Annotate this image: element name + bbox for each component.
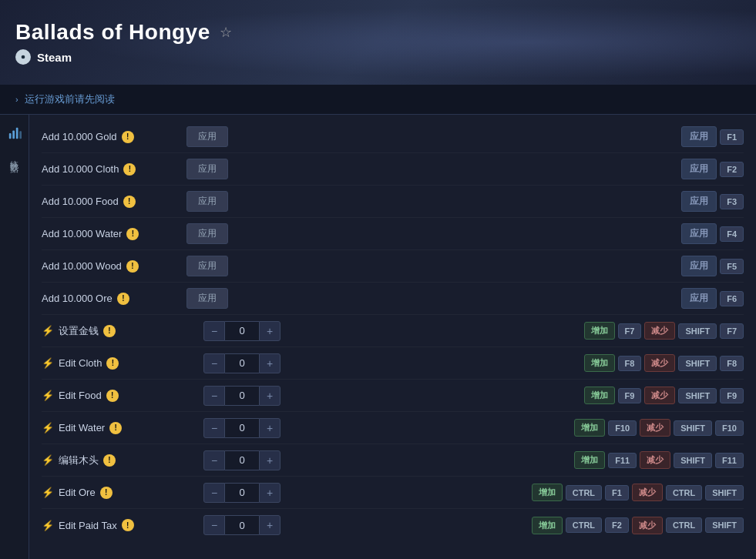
cheat-name-edit-wood: 编辑木头 ! xyxy=(59,454,197,467)
keybind-f6-ore[interactable]: F6 xyxy=(720,291,744,306)
info-badge-add-wood[interactable]: ! xyxy=(126,260,139,273)
keybind-f9-dec-edit-food[interactable]: F9 xyxy=(720,388,744,403)
keybind-apply-ore[interactable]: 应用 xyxy=(681,288,717,309)
info-badge-edit-ore[interactable]: ! xyxy=(100,487,113,499)
decrease-button-edit-food[interactable]: − xyxy=(203,386,225,406)
apply-button-add-cloth[interactable]: 应用 xyxy=(186,159,228,179)
keybind-f7-set-gold[interactable]: F7 xyxy=(618,323,642,339)
keybind-f2-cloth[interactable]: F2 xyxy=(720,162,744,177)
keybind-dec-edit-wood[interactable]: 减少 xyxy=(640,451,670,469)
increase-button-set-gold[interactable]: + xyxy=(259,321,281,341)
stepper-edit-water: − 0 + xyxy=(203,418,281,438)
keybind-f5-wood[interactable]: F5 xyxy=(720,259,744,274)
keybind-inc-edit-cloth[interactable]: 增加 xyxy=(584,354,615,372)
keybind-f1-gold[interactable]: F1 xyxy=(720,129,744,145)
info-badge-add-cloth[interactable]: ! xyxy=(123,163,136,176)
keybind-shift-edit-water[interactable]: SHIFT xyxy=(674,420,712,436)
keybind-shift-dec-edit-ore[interactable]: SHIFT xyxy=(705,485,744,500)
info-badge-edit-cloth[interactable]: ! xyxy=(106,357,119,370)
info-badge-add-gold[interactable]: ! xyxy=(122,131,134,143)
keybind-f1-edit-ore[interactable]: F1 xyxy=(605,485,629,500)
info-badge-add-ore[interactable]: ! xyxy=(117,293,129,305)
keybind-f4-water[interactable]: F4 xyxy=(720,226,744,242)
lightning-icon-edit-cloth: ⚡ xyxy=(42,357,54,369)
keybind-apply-gold[interactable]: 应用 xyxy=(681,126,717,147)
stepper-edit-tax: − 0 + xyxy=(203,515,281,535)
svg-rect-4 xyxy=(15,128,18,139)
decrease-button-edit-cloth[interactable]: − xyxy=(203,353,225,373)
keybind-ctrl-dec-edit-tax[interactable]: CTRL xyxy=(666,517,702,533)
info-badge-edit-wood[interactable]: ! xyxy=(103,454,116,467)
increase-button-edit-wood[interactable]: + xyxy=(259,450,281,470)
apply-button-add-water[interactable]: 应用 xyxy=(186,223,228,244)
decrease-button-edit-ore[interactable]: − xyxy=(203,483,225,503)
keybind-inc-edit-ore[interactable]: 增加 xyxy=(532,484,563,501)
keybind-f10-edit-water[interactable]: F10 xyxy=(608,420,637,436)
keybind-inc-set-gold[interactable]: 增加 xyxy=(584,322,615,340)
keybind-ctrl-edit-ore[interactable]: CTRL xyxy=(566,485,602,500)
keybind-inc-edit-water[interactable]: 增加 xyxy=(574,419,605,437)
increase-button-edit-tax[interactable]: + xyxy=(259,515,281,535)
keybind-apply-cloth[interactable]: 应用 xyxy=(681,159,717,179)
lightning-icon-edit-ore: ⚡ xyxy=(42,487,54,498)
decrease-button-edit-water[interactable]: − xyxy=(203,418,225,438)
apply-button-add-ore[interactable]: 应用 xyxy=(186,288,228,309)
keybind-dec-edit-food[interactable]: 减少 xyxy=(644,387,675,404)
cheat-row-set-gold: ⚡ 设置金钱 ! − 0 + 增加 F7 减少 SHIFT F7 xyxy=(42,315,744,347)
keybind-f2-edit-tax[interactable]: F2 xyxy=(605,517,629,533)
keybind-shift-edit-cloth[interactable]: SHIFT xyxy=(678,356,717,371)
increase-button-edit-water[interactable]: + xyxy=(259,418,281,438)
cheat-row-edit-wood: ⚡ 编辑木头 ! − 0 + 增加 F11 减少 SHIFT F11 xyxy=(42,444,744,477)
keybind-f11-dec-edit-wood[interactable]: F11 xyxy=(715,453,744,468)
info-badge-add-water[interactable]: ! xyxy=(126,228,139,240)
keybind-dec-set-gold[interactable]: 减少 xyxy=(644,322,675,340)
keybind-dec-edit-cloth[interactable]: 减少 xyxy=(644,354,675,372)
keybind-ctrl-dec-edit-ore[interactable]: CTRL xyxy=(666,485,702,500)
keybind-shift-edit-food[interactable]: SHIFT xyxy=(678,388,717,403)
info-badge-edit-water[interactable]: ! xyxy=(109,422,122,434)
keybind-dec-edit-water[interactable]: 减少 xyxy=(640,419,670,437)
keybind-apply-food[interactable]: 应用 xyxy=(681,191,717,212)
keybind-shift-set-gold[interactable]: SHIFT xyxy=(678,323,717,339)
increase-button-edit-ore[interactable]: + xyxy=(259,483,281,503)
keybind-inc-edit-wood[interactable]: 增加 xyxy=(574,451,605,469)
keybind-inc-edit-tax[interactable]: 增加 xyxy=(532,517,563,534)
keybind-inc-edit-food[interactable]: 增加 xyxy=(584,387,615,404)
stepper-set-gold: − 0 + xyxy=(203,321,281,341)
keybind-shift-edit-wood[interactable]: SHIFT xyxy=(674,453,712,468)
keybind-f9-edit-food[interactable]: F9 xyxy=(618,388,642,403)
favorite-star-icon[interactable]: ☆ xyxy=(220,24,232,41)
keybind-f3-food[interactable]: F3 xyxy=(720,194,744,209)
decrease-button-edit-tax[interactable]: − xyxy=(203,515,225,535)
keybind-f11-edit-wood[interactable]: F11 xyxy=(608,453,637,468)
cheat-row-add-wood: Add 10.000 Wood ! 应用 应用 F5 xyxy=(42,250,744,283)
stepper-edit-wood: − 0 + xyxy=(203,450,281,470)
info-badge-set-gold[interactable]: ! xyxy=(103,325,116,337)
keybind-f8-edit-cloth[interactable]: F8 xyxy=(618,356,642,371)
notice-bar[interactable]: › 运行游戏前请先阅读 xyxy=(0,85,756,115)
info-badge-edit-food[interactable]: ! xyxy=(106,390,119,402)
apply-button-add-wood[interactable]: 应用 xyxy=(186,256,228,276)
keybind-f7-dec-set-gold[interactable]: F7 xyxy=(720,323,744,339)
cheat-name-edit-water: Edit Water ! xyxy=(59,422,197,434)
increase-button-edit-cloth[interactable]: + xyxy=(259,353,281,373)
sidebar-chart-icon[interactable] xyxy=(4,122,25,144)
cheat-row-add-ore: Add 10.000 Ore ! 应用 应用 F6 xyxy=(42,283,744,315)
keybind-apply-water[interactable]: 应用 xyxy=(681,223,717,244)
apply-button-add-food[interactable]: 应用 xyxy=(186,191,228,212)
keybind-ctrl-edit-tax[interactable]: CTRL xyxy=(566,517,602,533)
info-badge-edit-tax[interactable]: ! xyxy=(122,519,134,531)
keybind-apply-wood[interactable]: 应用 xyxy=(681,256,717,276)
keybind-f10-dec-edit-water[interactable]: F10 xyxy=(715,420,744,436)
keybind-dec-edit-ore[interactable]: 减少 xyxy=(632,484,663,501)
increase-button-edit-food[interactable]: + xyxy=(259,386,281,406)
app-header: Ballads of Hongye ☆ Steam xyxy=(0,0,756,85)
cheat-row-add-food: Add 10.000 Food ! 应用 应用 F3 xyxy=(42,186,744,218)
keybind-dec-edit-tax[interactable]: 减少 xyxy=(632,517,663,534)
keybind-f8-dec-edit-cloth[interactable]: F8 xyxy=(720,356,744,371)
decrease-button-edit-wood[interactable]: − xyxy=(203,450,225,470)
decrease-button-set-gold[interactable]: − xyxy=(203,321,225,341)
apply-button-add-gold[interactable]: 应用 xyxy=(186,126,228,147)
keybind-shift-dec-edit-tax[interactable]: SHIFT xyxy=(705,517,744,533)
info-badge-add-food[interactable]: ! xyxy=(123,196,136,208)
